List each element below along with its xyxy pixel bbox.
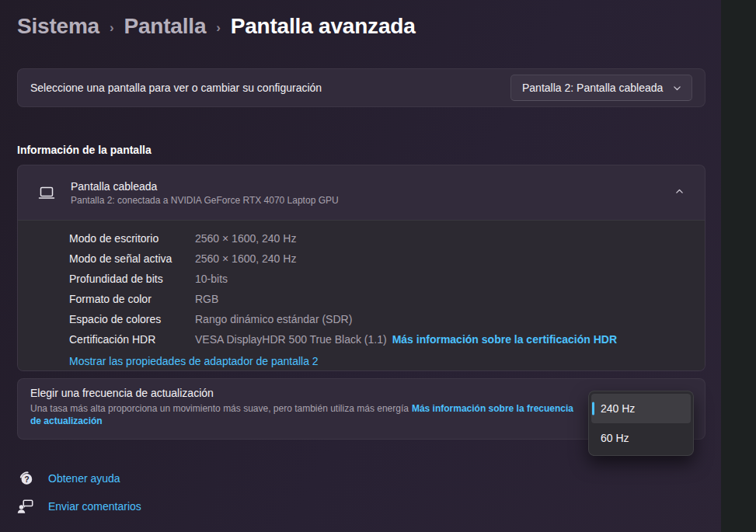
adapter-properties-link[interactable]: Mostrar las propiedades de adaptador de … bbox=[69, 351, 705, 371]
expander-subtitle: Pantalla 2: conectada a NVIDIA GeForce R… bbox=[71, 195, 668, 206]
detail-label: Profundidad de bits bbox=[69, 273, 195, 285]
section-heading: Información de la pantalla bbox=[17, 144, 152, 156]
detail-row-bit-depth: Profundidad de bits 10-bits bbox=[69, 269, 705, 289]
expander-titles: Pantalla cableada Pantalla 2: conectada … bbox=[71, 180, 668, 206]
detail-row-desktop-mode: Modo de escritorio 2560 × 1600, 240 Hz bbox=[69, 228, 705, 249]
expander-body: Modo de escritorio 2560 × 1600, 240 Hz M… bbox=[18, 220, 705, 371]
detail-label: Formato de color bbox=[69, 293, 195, 305]
collapse-button[interactable] bbox=[668, 183, 691, 203]
display-select-value: Pantalla 2: Pantalla cableada bbox=[522, 82, 663, 94]
flyout-option-240hz[interactable]: 240 Hz bbox=[591, 394, 691, 423]
flyout-option-60hz[interactable]: 60 Hz bbox=[591, 423, 691, 453]
expander-header[interactable]: Pantalla cableada Pantalla 2: conectada … bbox=[18, 165, 705, 220]
display-select-dropdown[interactable]: Pantalla 2: Pantalla cableada bbox=[510, 75, 692, 101]
detail-value: 10-bits bbox=[195, 273, 228, 285]
breadcrumb: Sistema › Pantalla › Pantalla avanzada bbox=[17, 14, 416, 39]
detail-row-color-space: Espacio de colores Rango dinámico estánd… bbox=[69, 309, 705, 329]
refresh-rate-description-text: Una tasa más alta proporciona un movimie… bbox=[30, 403, 409, 414]
window-edge-strip bbox=[721, 0, 756, 532]
page-title: Pantalla avanzada bbox=[231, 14, 416, 39]
help-icon: ? bbox=[16, 470, 36, 487]
chevron-down-icon bbox=[672, 83, 682, 93]
send-feedback-row[interactable]: Enviar comentarios bbox=[16, 495, 141, 517]
display-selector-label: Seleccione una pantalla para ver o cambi… bbox=[30, 82, 322, 94]
refresh-rate-flyout: 240 Hz 60 Hz bbox=[588, 391, 694, 456]
detail-value: RGB bbox=[195, 293, 218, 305]
detail-value: 2560 × 1600, 240 Hz bbox=[195, 232, 296, 245]
breadcrumb-pantalla[interactable]: Pantalla bbox=[124, 14, 206, 39]
footer-links: ? Obtener ayuda Enviar comentarios bbox=[16, 468, 141, 517]
detail-value: 2560 × 1600, 240 Hz bbox=[195, 252, 296, 265]
detail-row-signal-mode: Modo de señal activa 2560 × 1600, 240 Hz bbox=[69, 249, 705, 269]
detail-label: Certificación HDR bbox=[69, 333, 195, 346]
detail-label: Espacio de colores bbox=[69, 313, 195, 325]
detail-value: VESA DisplayHDR 500 True Black (1.1) bbox=[195, 333, 387, 346]
display-selector-card: Seleccione una pantalla para ver o cambi… bbox=[17, 68, 705, 107]
settings-page: Sistema › Pantalla › Pantalla avanzada S… bbox=[0, 0, 756, 532]
breadcrumb-separator-icon: › bbox=[216, 17, 220, 36]
refresh-rate-description: Una tasa más alta proporciona un movimie… bbox=[30, 402, 574, 427]
detail-label: Modo de señal activa bbox=[69, 252, 195, 265]
expander-title: Pantalla cableada bbox=[71, 180, 668, 193]
display-info-expander: Pantalla cableada Pantalla 2: conectada … bbox=[17, 165, 705, 371]
chevron-up-icon bbox=[674, 186, 685, 196]
send-feedback-link[interactable]: Enviar comentarios bbox=[48, 500, 141, 513]
detail-label: Modo de escritorio bbox=[69, 232, 195, 245]
detail-value: Rango dinámico estándar (SDR) bbox=[195, 313, 352, 325]
detail-row-hdr-certification: Certificación HDR VESA DisplayHDR 500 Tr… bbox=[69, 329, 705, 349]
svg-text:?: ? bbox=[24, 475, 29, 484]
get-help-link[interactable]: Obtener ayuda bbox=[48, 472, 120, 485]
get-help-row[interactable]: ? Obtener ayuda bbox=[16, 468, 141, 489]
feedback-icon bbox=[16, 498, 36, 515]
hdr-certification-link[interactable]: Más información sobre la certificación H… bbox=[392, 333, 617, 346]
breadcrumb-separator-icon: › bbox=[110, 17, 113, 36]
breadcrumb-sistema[interactable]: Sistema bbox=[17, 14, 99, 39]
detail-row-color-format: Formato de color RGB bbox=[69, 289, 705, 309]
monitor-icon bbox=[37, 183, 57, 202]
